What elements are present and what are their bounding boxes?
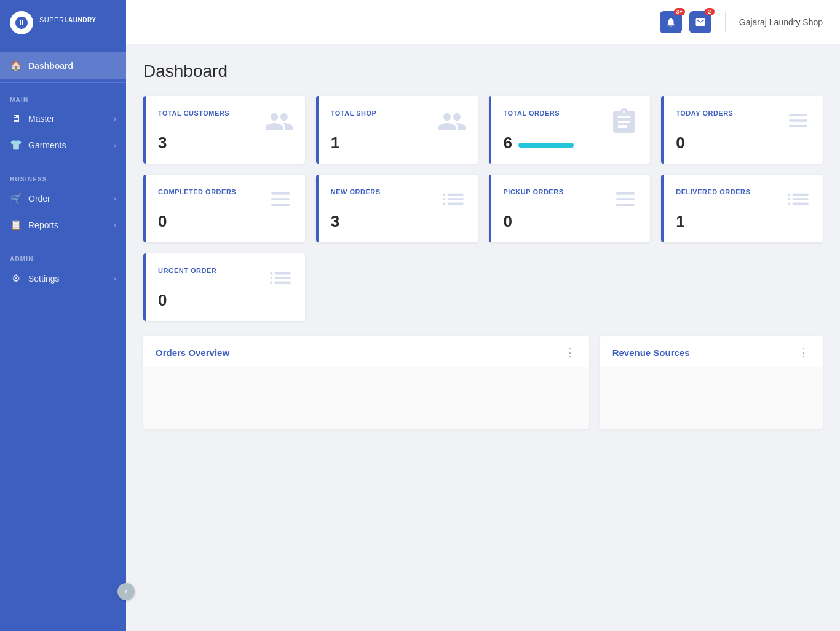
sidebar-label-master: Master [28, 114, 55, 124]
sidebar-label-dashboard: Dashboard [28, 61, 73, 71]
placeholder-3 [661, 253, 823, 321]
stat-icon-total-customers [264, 107, 294, 142]
sidebar-logo: SUPERLAUNDRY [0, 0, 126, 46]
revenue-sources-card: Revenue Sources ⋮ [600, 336, 823, 429]
garments-icon: 👕 [10, 139, 22, 151]
stats-row-3: URGENT ORDER 0 [143, 253, 823, 321]
stat-icon-pickup-orders [612, 186, 639, 218]
sidebar-item-master[interactable]: 🖥 Master › [0, 106, 126, 132]
orders-overview-body [143, 367, 589, 429]
header-divider [725, 12, 726, 32]
stat-bar-total-orders [518, 143, 575, 148]
mail-badge: 2 [705, 8, 715, 15]
stats-row-1: TOTAL CUSTOMERS 3 TOTAL SHOP 1 TOTAL ORD… [143, 96, 823, 164]
order-chevron: › [114, 195, 116, 202]
settings-icon: ⚙ [10, 272, 22, 284]
stat-card-urgent-order: URGENT ORDER 0 [143, 253, 305, 321]
section-main-label: MAIN [0, 87, 126, 106]
stat-icon-total-orders [609, 107, 639, 142]
notification-button[interactable]: 3+ [660, 11, 682, 33]
stat-card-completed-orders: COMPLETED ORDERS 0 [143, 175, 305, 242]
reports-chevron: › [114, 221, 116, 229]
revenue-sources-title: Revenue Sources [612, 347, 690, 358]
header: 3+ 2 Gajaraj Laundry Shop [126, 0, 840, 44]
orders-overview-header: Orders Overview ⋮ [143, 336, 589, 367]
sidebar-collapse-button[interactable]: ‹ [117, 583, 135, 600]
orders-overview-title: Orders Overview [156, 347, 229, 358]
header-icons: 3+ 2 Gajaraj Laundry Shop [660, 11, 823, 33]
section-business-label: BUSINESS [0, 166, 126, 185]
placeholder-2 [489, 253, 651, 321]
master-chevron: › [114, 115, 116, 122]
placeholder-1 [316, 253, 478, 321]
stat-card-total-shop: TOTAL SHOP 1 [316, 96, 478, 164]
stat-card-new-orders: NEW ORDERS 3 [316, 175, 478, 242]
sidebar-label-reports: Reports [28, 220, 58, 230]
stat-value-total-orders: 6 [504, 133, 512, 153]
revenue-sources-header: Revenue Sources ⋮ [600, 336, 823, 367]
sidebar-label-order: Order [28, 194, 50, 204]
stat-icon-urgent-order [267, 264, 294, 297]
page-title: Dashboard [143, 62, 823, 81]
order-icon: 🛒 [10, 192, 22, 204]
dashboard-icon: 🏠 [10, 60, 22, 71]
settings-chevron: › [114, 275, 116, 282]
logo-icon [10, 11, 33, 34]
section-admin-label: ADMIN [0, 246, 126, 265]
stat-card-pickup-orders: PICKUP ORDERS 0 [489, 175, 651, 242]
revenue-sources-body [600, 367, 823, 429]
username-display: Gajaraj Laundry Shop [739, 17, 823, 27]
orders-overview-card: Orders Overview ⋮ [143, 336, 589, 429]
main-area: 3+ 2 Gajaraj Laundry Shop Dashboard TOTA… [126, 0, 840, 631]
stat-card-total-orders: TOTAL ORDERS 6 [489, 96, 651, 164]
mail-button[interactable]: 2 [689, 11, 711, 33]
garments-chevron: › [114, 141, 116, 149]
sidebar-item-reports[interactable]: 📋 Reports › [0, 212, 126, 238]
stat-icon-new-orders [440, 186, 467, 218]
sidebar: SUPERLAUNDRY 🏠 Dashboard MAIN 🖥 Master ›… [0, 0, 126, 631]
charts-row: Orders Overview ⋮ Revenue Sources ⋮ [143, 336, 823, 429]
stat-icon-completed-orders [267, 186, 294, 218]
stat-card-total-customers: TOTAL CUSTOMERS 3 [143, 96, 305, 164]
content-area: Dashboard TOTAL CUSTOMERS 3 TOTAL SHOP 1… [126, 44, 840, 631]
stat-icon-today-orders [785, 107, 812, 140]
logo-text: SUPERLAUNDRY [39, 16, 96, 29]
master-icon: 🖥 [10, 113, 22, 124]
stat-card-delivered-orders: DELIVERED ORDERS 1 [661, 175, 823, 242]
reports-icon: 📋 [10, 219, 22, 231]
sidebar-item-dashboard[interactable]: 🏠 Dashboard [0, 52, 126, 79]
notification-badge: 3+ [674, 8, 685, 15]
revenue-sources-menu[interactable]: ⋮ [798, 346, 810, 359]
stat-icon-delivered-orders [785, 186, 812, 218]
sidebar-label-settings: Settings [28, 274, 60, 284]
sidebar-label-garments: Garments [28, 140, 66, 150]
sidebar-item-garments[interactable]: 👕 Garments › [0, 132, 126, 158]
stat-bar-fill [518, 143, 574, 148]
sidebar-item-settings[interactable]: ⚙ Settings › [0, 265, 126, 292]
sidebar-item-order[interactable]: 🛒 Order › [0, 185, 126, 212]
stat-icon-total-shop [437, 107, 467, 142]
stat-card-today-orders: TODAY ORDERS 0 [661, 96, 823, 164]
stats-row-2: COMPLETED ORDERS 0 NEW ORDERS 3 PICKUP O… [143, 175, 823, 242]
orders-overview-menu[interactable]: ⋮ [565, 346, 577, 359]
